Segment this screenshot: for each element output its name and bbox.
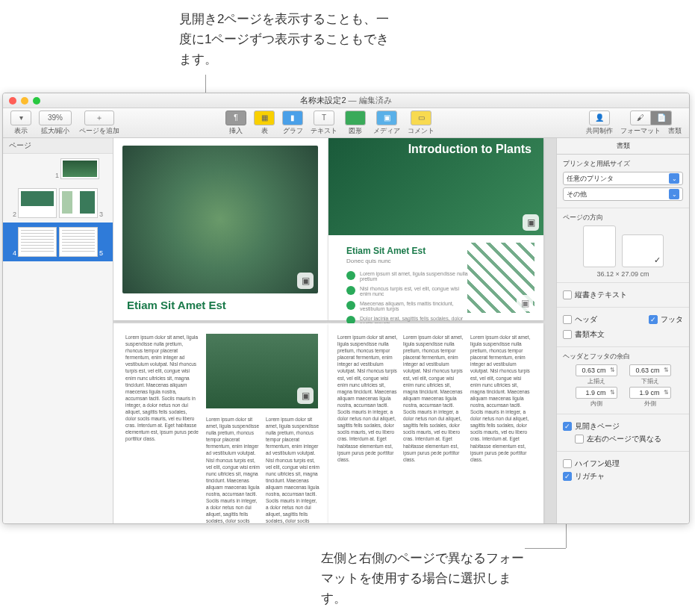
callout-top: 見開き2ページを表示することも、一度に1ページずつ表示することもできます。 bbox=[179, 9, 396, 70]
page-spread-right[interactable]: Lorem ipsum dolor sit amet, ligula suspe… bbox=[328, 323, 543, 523]
ligatures-checkbox[interactable]: ✓リガチャ bbox=[563, 471, 683, 482]
paper-select[interactable]: その他⌄ bbox=[563, 187, 683, 201]
thumb-row[interactable]: 4 5 bbox=[3, 223, 113, 261]
image-placeholder-icon[interactable]: ▣ bbox=[297, 388, 314, 404]
page-thumb[interactable]: 1 bbox=[60, 158, 99, 179]
document-canvas[interactable]: ▣ Etiam Sit Amet Est Introduction to Pla… bbox=[113, 138, 556, 523]
checkmark-icon: ✓ bbox=[654, 255, 661, 265]
body-text: Lorem ipsum dolor sit amet, ligula suspe… bbox=[403, 334, 464, 463]
header-checkbox[interactable]: ヘッダ bbox=[563, 314, 597, 325]
comment-button[interactable]: ▭コメント bbox=[405, 111, 437, 136]
sub-heading: Etiam Sit Amet Est bbox=[346, 246, 426, 256]
table-button[interactable]: ▦表 bbox=[251, 111, 278, 136]
page-thumb[interactable]: 2 bbox=[18, 188, 57, 218]
callout-bottom: 左側と右側のページで異なるフォーマットを使用する場合に選択します。 bbox=[321, 548, 530, 609]
window-title: 名称未設定2 — 編集済み bbox=[300, 95, 391, 106]
zoom-icon[interactable] bbox=[33, 97, 40, 105]
body-text: Lorem ipsum dolor sit amet, ligula suspe… bbox=[206, 416, 261, 523]
collaborate-button[interactable]: 👤共同制作 bbox=[583, 111, 616, 136]
format-tab[interactable]: 🖌 bbox=[630, 111, 651, 125]
body-text: Lorem ipsum dolor sit amet, ligula suspe… bbox=[266, 416, 320, 523]
hero-title: Introduction to Plants bbox=[408, 143, 532, 156]
margin-inner-stepper[interactable]: 1.9 cm内側 bbox=[576, 387, 617, 408]
margins-label: ヘッダとフッタの余白 bbox=[563, 352, 683, 361]
image-leaves[interactable]: ▣ bbox=[467, 243, 535, 313]
bullet-icon bbox=[346, 271, 355, 280]
image-placeholder-icon[interactable]: ▣ bbox=[523, 214, 539, 231]
minimize-icon[interactable] bbox=[21, 97, 28, 105]
orientation-landscape[interactable]: ✓ bbox=[622, 234, 664, 267]
margin-outer-stepper[interactable]: 1.9 cm外側 bbox=[629, 387, 671, 408]
orientation-portrait[interactable] bbox=[583, 225, 616, 267]
footer-checkbox[interactable]: ✓フッタ bbox=[649, 314, 683, 325]
orientation-label: ページの方向 bbox=[563, 213, 683, 223]
main-area: ページ 1 2 3 bbox=[3, 138, 689, 523]
page-thumb[interactable]: 3 bbox=[59, 188, 98, 218]
callout-line bbox=[525, 548, 566, 549]
body-text: Lorem ipsum dolor sit amet, ligula suspe… bbox=[125, 334, 199, 443]
facing-pages-checkbox[interactable]: ✓見開きページ bbox=[563, 421, 683, 432]
page-spread-left[interactable]: ▣ Etiam Sit Amet Est bbox=[113, 138, 328, 320]
page-thumb[interactable]: 5 bbox=[59, 227, 98, 257]
hero-image[interactable]: Introduction to Plants ▣ bbox=[328, 138, 543, 235]
page-thumb[interactable]: 4 bbox=[18, 227, 57, 257]
vertical-text-checkbox[interactable]: 縦書きテキスト bbox=[563, 290, 683, 300]
margin-top-stepper[interactable]: 0.63 cm上揃え bbox=[576, 364, 617, 385]
page-spread-right[interactable]: Introduction to Plants ▣ Etiam Sit Amet … bbox=[328, 138, 543, 320]
add-page-button[interactable]: ＋ページを追加 bbox=[76, 111, 122, 136]
format-document-seg: 🖌 📄 フォーマット書類 bbox=[617, 111, 685, 136]
inspector-panel: 書類 プリンタと用紙サイズ 任意のプリンタ⌄ その他⌄ ページの方向 ✓ 36.… bbox=[556, 138, 689, 523]
app-window: 名称未設定2 — 編集済み ▾表示 39%拡大/縮小 ＋ページを追加 ¶挿入 ▦… bbox=[2, 93, 690, 524]
document-body-checkbox[interactable]: 書類本文 bbox=[563, 329, 683, 340]
shape-button[interactable]: 図形 bbox=[342, 111, 369, 136]
toolbar: ▾表示 39%拡大/縮小 ＋ページを追加 ¶挿入 ▦表 ▮グラフ Tテキスト 図… bbox=[3, 108, 689, 138]
insert-button[interactable]: ¶挿入 bbox=[222, 111, 249, 136]
thumb-row[interactable]: 1 bbox=[3, 154, 113, 184]
tab-document[interactable]: 書類 bbox=[557, 138, 689, 154]
view-button[interactable]: ▾表示 bbox=[7, 111, 34, 136]
thumb-row[interactable]: 2 3 bbox=[3, 184, 113, 223]
bullet-icon bbox=[346, 301, 355, 310]
titlebar: 名称未設定2 — 編集済み bbox=[3, 93, 689, 108]
page-heading: Etiam Sit Amet Est bbox=[127, 299, 226, 311]
image-succulent[interactable]: ▣ bbox=[122, 146, 318, 293]
image-placeholder-icon[interactable]: ▣ bbox=[517, 295, 533, 311]
bullet-list: Lorem ipsum sit amet, ligula suspendisse… bbox=[346, 271, 469, 331]
bullet-icon bbox=[346, 286, 355, 295]
media-button[interactable]: ▣メディア bbox=[370, 111, 403, 136]
inspector-tabs: 書類 bbox=[557, 138, 689, 155]
close-icon[interactable] bbox=[9, 97, 16, 105]
margin-bottom-stepper[interactable]: 0.63 cm下揃え bbox=[629, 364, 671, 385]
document-tab[interactable]: 📄 bbox=[651, 111, 672, 125]
sub-sub: Donec quis nunc bbox=[346, 258, 391, 264]
chart-button[interactable]: ▮グラフ bbox=[279, 111, 306, 136]
body-text: Lorem ipsum dolor sit amet, ligula suspe… bbox=[470, 334, 532, 463]
zoom-select[interactable]: 39%拡大/縮小 bbox=[36, 111, 75, 136]
printer-select[interactable]: 任意のプリンタ⌄ bbox=[563, 172, 683, 185]
window-controls bbox=[9, 97, 40, 105]
image-placeholder-icon[interactable]: ▣ bbox=[297, 273, 314, 289]
thumbnails-panel: ページ 1 2 3 bbox=[3, 138, 113, 523]
text-button[interactable]: Tテキスト bbox=[308, 111, 340, 136]
thumbs-header: ページ bbox=[3, 138, 113, 154]
page-dimensions: 36.12 × 27.09 cm bbox=[563, 270, 683, 278]
diff-lr-checkbox[interactable]: 左右のページで異なる bbox=[563, 434, 683, 444]
body-text: Lorem ipsum dolor sit amet, ligula suspe… bbox=[337, 334, 399, 463]
hyphenation-checkbox[interactable]: ハイフン処理 bbox=[563, 458, 683, 469]
image-plants[interactable]: ▣ bbox=[206, 334, 318, 408]
printer-label: プリンタと用紙サイズ bbox=[563, 159, 683, 169]
page-spread-left[interactable]: Lorem ipsum dolor sit amet, ligula suspe… bbox=[113, 323, 328, 523]
